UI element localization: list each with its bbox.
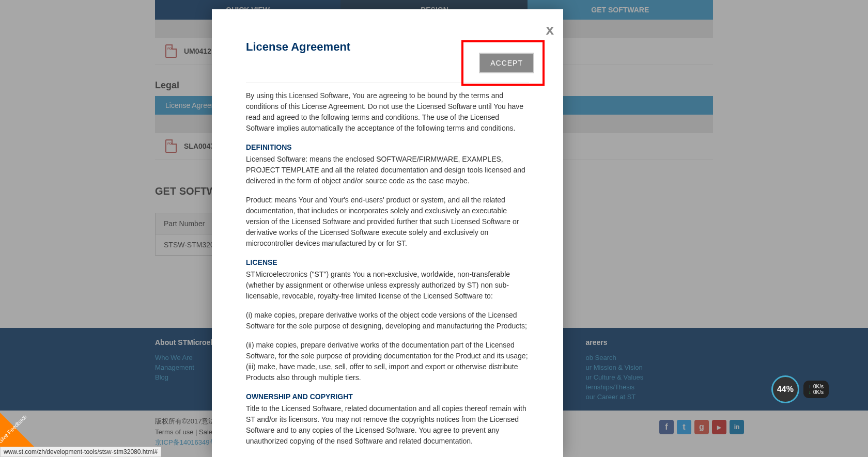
upload-arrow-icon: ↑ <box>809 384 811 389</box>
license-intro: By using this Licensed Software, You are… <box>246 90 529 134</box>
license-clause-i: (i) make copies, prepare derivative work… <box>246 310 529 332</box>
license-heading: LICENSE <box>246 257 529 268</box>
upload-speed: 0K/s <box>813 384 824 389</box>
license-grant: STMicroelectronics ("ST") grants You a n… <box>246 269 529 302</box>
close-icon[interactable]: x <box>546 22 554 38</box>
license-clause-ii: (ii) make copies, prepare derivative wor… <box>246 340 529 361</box>
definitions-heading: DEFINITIONS <box>246 142 529 153</box>
accept-highlight-box: ACCEPT <box>461 40 545 86</box>
license-clause-iii: (iii) make, have made, use, sell, offer … <box>246 361 529 383</box>
accept-button[interactable]: ACCEPT <box>479 53 534 73</box>
network-monitor-widget[interactable]: 44% ↑0K/s ↓0K/s <box>771 375 829 403</box>
license-agreement-modal: x License Agreement ACCEPT By using this… <box>212 9 563 457</box>
modal-body: By using this Licensed Software, You are… <box>246 90 529 447</box>
definition-product: Product: means Your and Your's end-users… <box>246 195 529 249</box>
download-arrow-icon: ↓ <box>809 389 811 395</box>
ownership-text: Title to the Licensed Software, related … <box>246 403 529 447</box>
network-percent-circle: 44% <box>771 375 799 403</box>
ownership-heading: OWNERSHIP AND COPYRIGHT <box>246 391 529 402</box>
download-speed: 0K/s <box>813 389 824 395</box>
network-speed-box: ↑0K/s ↓0K/s <box>803 381 829 398</box>
definition-licensed-software: Licensed Software: means the enclosed SO… <box>246 154 529 186</box>
browser-status-bar: www.st.com/zh/development-tools/stsw-stm… <box>0 447 161 457</box>
